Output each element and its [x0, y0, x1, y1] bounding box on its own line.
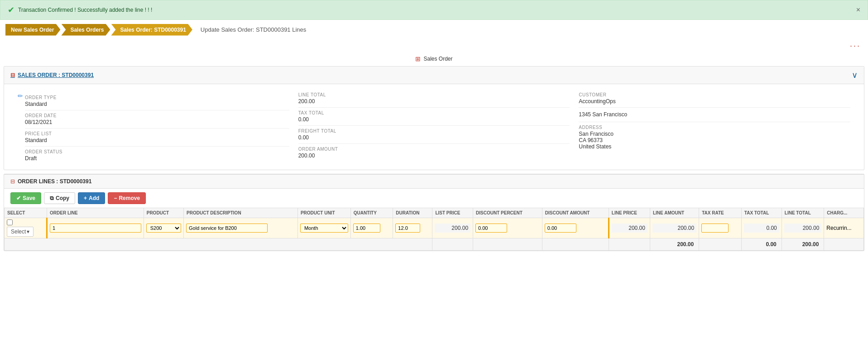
totals-row: 200.00 0.00 200.00 [5, 238, 864, 251]
remove-label: Remove [119, 195, 140, 201]
col-product: PRODUCT [144, 208, 183, 218]
discount-amount-input[interactable] [545, 224, 576, 233]
tax-total-value: 0.00 [744, 224, 779, 233]
tax-rate-input[interactable] [701, 224, 729, 233]
col-discount-percent: DISCOUNT PERCENT [473, 208, 542, 218]
freight-total-label: FREIGHT TOTAL [298, 129, 570, 133]
customer-value: AccountingOps [579, 98, 850, 105]
copy-button[interactable]: ⧉ Copy [44, 192, 75, 204]
grid-icon: ⊞ [415, 55, 421, 62]
col-duration: DURATION [393, 208, 432, 218]
col-quantity: QUANTITY [350, 208, 393, 218]
line-price-value: 200.00 [612, 224, 647, 233]
cell-discount-amount[interactable] [542, 218, 609, 238]
order-type-row: ORDER TYPE Standard [25, 92, 289, 110]
add-button[interactable]: + Add [78, 192, 105, 204]
banner-message: Transaction Confirmed ! Successfully add… [18, 7, 152, 13]
order-lines-table-wrap: SELECT ORDER LINE PRODUCT PRODUCT DESCRI… [4, 208, 864, 251]
collapse-button[interactable]: ∨ [852, 70, 858, 80]
totals-tax-total-value: 0.00 [744, 240, 779, 249]
cell-line-price: 200.00 [609, 218, 650, 238]
order-card-title[interactable]: ⊟ SALES ORDER : STD0000391 [10, 72, 94, 78]
address-label: ADDRESS [579, 125, 850, 130]
line-total-row: LINE TOTAL 200.00 [298, 90, 570, 108]
order-status-row: ORDER STATUS Draft [25, 147, 289, 164]
address-row: ADDRESS San Francisco CA 96373 United St… [579, 122, 850, 152]
breadcrumb: New Sales Order Sales Orders Sales Order… [0, 20, 868, 39]
order-lines-title: ORDER LINES : STD0000391 [18, 178, 91, 185]
line-amount-value: 200.00 [652, 224, 696, 233]
breadcrumb-sales-orders[interactable]: Sales Orders [61, 24, 110, 36]
col-tax-total: TAX TOTAL [741, 208, 782, 218]
address-line1: San Francisco [579, 131, 850, 137]
row-checkbox[interactable] [7, 219, 13, 225]
order-info-left: ✏ ORDER TYPE Standard ORDER DATE 08/12/2… [13, 90, 294, 164]
breadcrumb-new-sales-order[interactable]: New Sales Order [5, 24, 60, 36]
select-dropdown-button[interactable]: Select ▾ [7, 227, 34, 237]
close-button[interactable]: × [856, 6, 860, 14]
line-total-value: 200.00 [298, 98, 570, 105]
tax-total-label: TAX TOTAL [298, 110, 570, 115]
sales-order-title: Sales Order [423, 56, 452, 62]
save-button[interactable]: ✔ Save [10, 192, 41, 204]
order-lines-toolbar: ✔ Save ⧉ Copy + Add − Remove [4, 189, 864, 208]
order-amount-row: ORDER AMOUNT 200.00 [298, 144, 570, 162]
quantity-input[interactable] [353, 224, 380, 233]
discount-percent-input[interactable] [475, 224, 507, 233]
cell-quantity[interactable] [350, 218, 393, 238]
price-list-row: PRICE LIST Standard [25, 129, 289, 147]
cell-product[interactable]: S200 [144, 218, 183, 238]
customer-row: CUSTOMER AccountingOps [579, 90, 850, 108]
success-banner: ✔ Transaction Confirmed ! Successfully a… [0, 0, 868, 20]
list-price-value: 200.00 [435, 224, 470, 233]
totals-discount-percent-empty [473, 238, 542, 251]
add-label: Add [89, 195, 99, 201]
totals-spacer [5, 238, 432, 251]
cell-duration[interactable] [393, 218, 432, 238]
product-select[interactable]: S200 [146, 224, 181, 233]
chevron-down-icon: ▾ [27, 229, 29, 235]
cell-product-description[interactable] [184, 218, 298, 238]
order-lines-header: ⊟ ORDER LINES : STD0000391 [4, 174, 864, 189]
totals-discount-amount-empty [542, 238, 609, 251]
customer-address1-value: 1345 San Francisco [579, 111, 850, 118]
success-icon: ✔ [8, 5, 14, 15]
order-card: ⊟ SALES ORDER : STD0000391 ∨ ✏ ORDER TYP… [4, 66, 864, 170]
charge-value: Recurrin... [826, 225, 851, 231]
duration-input[interactable] [395, 224, 420, 233]
order-line-input[interactable] [50, 224, 141, 233]
save-icon: ✔ [16, 195, 21, 201]
order-lines-icon: ⊟ [10, 178, 15, 185]
edit-icon[interactable]: ✏ [18, 92, 23, 100]
dots-menu[interactable]: ··· [0, 39, 868, 52]
remove-icon: − [114, 195, 117, 201]
col-line-total: LINE TOTAL [782, 208, 824, 218]
col-select: SELECT [5, 208, 47, 218]
price-list-label: PRICE LIST [25, 131, 289, 136]
cell-product-unit[interactable]: Month [297, 218, 350, 238]
remove-button[interactable]: − Remove [108, 192, 146, 204]
cell-select[interactable]: Select ▾ [5, 218, 47, 238]
order-date-label: ORDER DATE [25, 113, 289, 118]
col-list-price: LIST PRICE [432, 208, 473, 218]
order-date-value: 08/12/2021 [25, 119, 289, 125]
sales-order-title-bar: ⊞ Sales Order [0, 52, 868, 66]
col-order-line: ORDER LINE [47, 208, 144, 218]
card-header-icon: ⊟ [10, 72, 15, 78]
totals-line-price-empty [609, 238, 650, 251]
breadcrumb-current-order[interactable]: Sales Order: STD0000391 [111, 24, 192, 36]
freight-total-value: 0.00 [298, 134, 570, 141]
cell-tax-rate[interactable] [699, 218, 742, 238]
order-status-value: Draft [25, 155, 289, 162]
col-line-price: LINE PRICE [609, 208, 650, 218]
cell-order-line[interactable] [47, 218, 144, 238]
product-description-input[interactable] [186, 224, 268, 233]
cell-list-price: 200.00 [432, 218, 473, 238]
totals-list-price [435, 243, 470, 246]
cell-discount-percent[interactable] [473, 218, 542, 238]
totals-tax-rate-empty [699, 238, 742, 251]
add-icon: + [84, 195, 87, 201]
cell-tax-total: 0.00 [741, 218, 782, 238]
product-unit-select[interactable]: Month [300, 224, 348, 233]
cell-line-amount: 200.00 [650, 218, 699, 238]
